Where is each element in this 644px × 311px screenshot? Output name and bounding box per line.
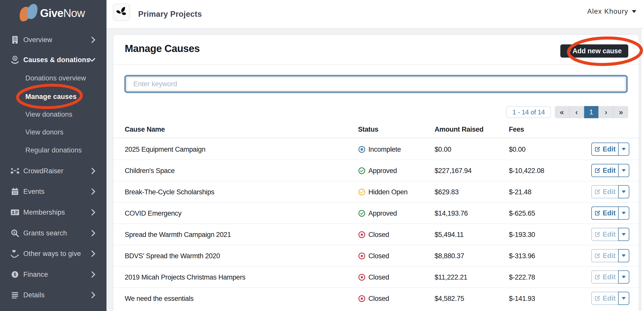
chevron-right-icon	[91, 230, 95, 236]
edit-button[interactable]: Edit	[591, 206, 618, 220]
cause-name: We need the essentials	[125, 288, 193, 309]
content-area: Manage Causes + Add new cause 1 - 14 of …	[106, 28, 644, 311]
table-row: COVID Emergency Approved $14,193.76 $-62…	[113, 203, 639, 224]
cause-name: Break-The-Cycle Scholarships	[125, 181, 214, 203]
amount-raised: $11,222.21	[435, 267, 467, 288]
sidebar-item-other-ways-to-give[interactable]: Other ways to give	[0, 247, 106, 260]
edit-dropdown-button[interactable]	[618, 292, 629, 305]
chevron-right-icon	[91, 168, 95, 174]
organisation-logo	[113, 4, 130, 21]
sidebar-item-details[interactable]: Details	[0, 289, 106, 301]
status-label: Closed	[368, 295, 389, 303]
page-title: Manage Causes	[125, 43, 200, 54]
fees: $-21.48	[509, 181, 531, 203]
stop-circle-icon	[358, 295, 366, 302]
svg-text:$: $	[14, 57, 16, 60]
edit-split-button[interactable]: Edit	[591, 292, 629, 305]
amount-raised: $5,494.11	[435, 224, 464, 245]
check-circle-icon	[358, 167, 366, 175]
table-row: BDVS' Spread the Warmth 2020 Closed $8,8…	[113, 245, 639, 267]
edit-dropdown-button[interactable]	[618, 249, 629, 262]
keyword-search-input[interactable]	[127, 77, 625, 91]
building-icon	[10, 35, 20, 44]
pagination-range: 1 - 14 of 14	[506, 106, 551, 118]
pagination-next-button[interactable]: ›	[599, 106, 614, 118]
column-status: Status	[358, 126, 378, 133]
fees: $-193.30	[509, 224, 535, 245]
edit-button[interactable]: Edit	[591, 270, 618, 284]
status-cell: Closed	[358, 288, 389, 309]
sidebar-item-causes-donations[interactable]: $ Causes & donations	[0, 54, 106, 66]
sidebar-item-finance[interactable]: $ Finance	[0, 268, 106, 281]
sidebar-item-events[interactable]: Events	[0, 185, 106, 198]
cause-name: Children's Space	[125, 160, 175, 181]
status-label: Closed	[368, 273, 389, 281]
stop-circle-icon	[358, 231, 366, 238]
chevron-right-icon	[91, 271, 95, 278]
sidebar-item-donations-overview[interactable]: Donations overview	[0, 72, 106, 84]
cause-name: 2025 Equipment Campaign	[125, 139, 205, 160]
edit-button[interactable]: Edit	[591, 164, 618, 177]
status-label: Closed	[368, 252, 389, 260]
user-menu[interactable]: Alex Khoury	[587, 0, 636, 23]
svg-text:$: $	[14, 272, 16, 277]
sidebar-item-crowdraiser[interactable]: CrowdRaiser	[0, 165, 106, 177]
edit-button[interactable]: Edit	[591, 185, 618, 198]
status-cell: Closed	[358, 267, 389, 288]
edit-button[interactable]: Edit	[591, 143, 618, 156]
pagination-controls: « ‹ 1 › »	[555, 106, 628, 118]
amount-raised: $0.00	[435, 139, 451, 160]
edit-split-button[interactable]: Edit	[591, 270, 629, 284]
donation-icon: $	[10, 55, 20, 64]
edit-dropdown-button[interactable]	[618, 206, 629, 220]
edit-dropdown-button[interactable]	[618, 228, 629, 241]
svg-text:$: $	[13, 231, 15, 234]
leaf-icon	[116, 7, 127, 18]
sidebar-item-view-donations[interactable]: View donations	[0, 108, 106, 121]
edit-split-button[interactable]: Edit	[591, 228, 629, 241]
edit-split-button[interactable]: Edit	[591, 249, 629, 262]
add-new-cause-button[interactable]: + Add new cause	[560, 44, 628, 58]
column-fees: Fees	[509, 126, 524, 133]
status-cell: Closed	[358, 224, 389, 245]
edit-button[interactable]: Edit	[591, 292, 618, 305]
edit-dropdown-button[interactable]	[618, 143, 629, 156]
edit-button[interactable]: Edit	[591, 228, 618, 241]
pagination-first-button[interactable]: «	[555, 106, 569, 118]
amount-raised: $8,880.37	[435, 245, 464, 267]
scrollbar[interactable]	[641, 28, 644, 311]
pagination: 1 - 14 of 14 « ‹ 1 › »	[506, 106, 628, 118]
edit-split-button[interactable]: Edit	[591, 185, 629, 198]
edit-split-button[interactable]: Edit	[591, 164, 629, 177]
edit-button[interactable]: Edit	[591, 249, 618, 262]
sidebar-item-manage-causes[interactable]: Manage causes	[0, 90, 106, 103]
fees: $-313.96	[509, 245, 535, 267]
pagination-last-button[interactable]: »	[614, 106, 628, 118]
status-cell: Closed	[358, 245, 389, 267]
pagination-page-1-button[interactable]: 1	[584, 106, 599, 118]
sidebar-nav: Overview $ Causes & donations Donations …	[0, 0, 106, 311]
stop-circle-icon	[358, 273, 366, 281]
edit-split-button[interactable]: Edit	[591, 143, 629, 156]
edit-split-button[interactable]: Edit	[591, 206, 629, 220]
column-cause-name: Cause Name	[125, 126, 165, 133]
sidebar-item-overview[interactable]: Overview	[0, 33, 106, 46]
sidebar-item-view-donors[interactable]: View donors	[0, 126, 106, 139]
dot-circle-icon	[358, 146, 366, 153]
sidebar-item-grants-search[interactable]: $ Grants search	[0, 227, 106, 239]
status-label: Hidden Open	[368, 188, 408, 196]
fees: $0.00	[509, 139, 526, 160]
finance-coin-icon: $	[10, 270, 20, 279]
edit-dropdown-button[interactable]	[618, 270, 629, 284]
status-cell: Approved	[358, 203, 397, 224]
cause-name: Spread the Warmth Campaign 2021	[125, 224, 231, 245]
pagination-prev-button[interactable]: ‹	[569, 106, 584, 118]
sidebar-item-regular-donations[interactable]: Regular donations	[0, 144, 106, 157]
chevron-right-icon	[91, 292, 95, 298]
edit-dropdown-button[interactable]	[618, 185, 629, 198]
chevron-down-icon	[632, 10, 636, 13]
stop-circle-icon	[358, 252, 366, 260]
sidebar-item-memberships[interactable]: Memberships	[0, 206, 106, 219]
edit-dropdown-button[interactable]	[618, 164, 629, 177]
table-row: 2025 Equipment Campaign Incomplete $0.00…	[113, 139, 639, 160]
